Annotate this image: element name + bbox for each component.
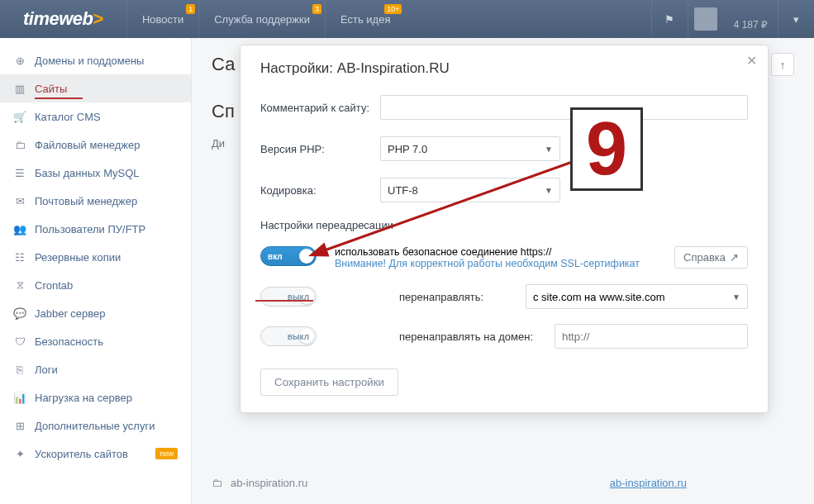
- https-description: использовать безопасное соединение https…: [335, 246, 659, 258]
- sidebar: ⊕Домены и поддомены ▥Сайты 🛒Каталог CMS …: [0, 38, 192, 504]
- settings-modal: ✕ Настройки: AB-Inspiration.RU Комментар…: [240, 45, 769, 413]
- redirect-section-heading: Настройки переадресации: [260, 219, 748, 231]
- sidebar-item-mail[interactable]: ✉Почтовый менеджер: [0, 187, 191, 215]
- chevron-down-icon: ▼: [732, 292, 740, 302]
- shield-icon: 🛡: [13, 335, 26, 348]
- badge-news: 1: [186, 4, 195, 14]
- sites-icon: ▥: [13, 82, 26, 95]
- close-icon[interactable]: ✕: [743, 52, 759, 69]
- sidebar-item-accelerator[interactable]: ✦Ускоритель сайтовnew: [0, 440, 191, 468]
- sidebar-item-files[interactable]: 🗀Файловый менеджер: [0, 131, 191, 159]
- chevron-down-icon: ▼: [545, 186, 553, 195]
- rocket-icon: ✦: [13, 447, 26, 460]
- share-icon: ↗: [730, 251, 739, 264]
- sidebar-item-cms[interactable]: 🛒Каталог CMS: [0, 102, 191, 131]
- modal-title: Настройки: AB-Inspiration.RU: [260, 60, 748, 77]
- sidebar-item-services[interactable]: ⊞Дополнительные услуги: [0, 411, 191, 440]
- domain-redirect-toggle[interactable]: выкл: [260, 326, 317, 346]
- chat-icon: 💬: [13, 307, 26, 320]
- sidebar-item-mysql[interactable]: ☰Базы данных MySQL: [0, 159, 191, 187]
- https-toggle[interactable]: вкл: [260, 246, 317, 266]
- chevron-down-icon: ▼: [545, 145, 553, 154]
- plus-icon: ⊞: [13, 419, 26, 432]
- sidebar-item-jabber[interactable]: 💬Jabber сервер: [0, 299, 191, 327]
- badge-support: 3: [312, 4, 321, 14]
- page-title: Са: [212, 54, 235, 75]
- balance-block[interactable]: 4 187 ₽: [724, 7, 778, 31]
- sidebar-item-sites[interactable]: ▥Сайты: [0, 74, 191, 102]
- comment-label: Комментарий к сайту:: [260, 102, 380, 114]
- help-button[interactable]: Справка↗: [674, 246, 748, 269]
- scroll-up-button[interactable]: ↑: [771, 53, 794, 76]
- nav-news[interactable]: Новости 1: [126, 0, 198, 38]
- php-select[interactable]: PHP 7.0▼: [380, 136, 560, 161]
- nav-idea[interactable]: Есть идея 10+: [325, 0, 405, 38]
- domain-redirect-input[interactable]: [555, 324, 748, 349]
- brand-logo[interactable]: timeweb>: [0, 8, 126, 30]
- sidebar-item-ftp[interactable]: 👥Пользователи ПУ/FTP: [0, 215, 191, 243]
- php-label: Версия PHP:: [260, 143, 380, 155]
- nav-support[interactable]: Служба поддержки 3: [198, 0, 325, 38]
- folder-icon: 🗀: [13, 138, 26, 151]
- www-redirect-toggle[interactable]: выкл: [260, 287, 317, 307]
- folder-icon: 🗀: [212, 477, 222, 489]
- site-domain-link[interactable]: ab-inspiration.ru: [610, 477, 687, 489]
- chart-icon: 📊: [13, 391, 26, 404]
- https-warning: Внимание! Для корректной работы необходи…: [335, 258, 659, 269]
- save-button[interactable]: Сохранить настройки: [260, 368, 398, 396]
- www-redirect-select[interactable]: с site.com на www.site.com▼: [526, 284, 748, 309]
- comment-input[interactable]: [380, 95, 748, 120]
- sidebar-item-load[interactable]: 📊Нагрузка на сервер: [0, 383, 191, 411]
- notifications-icon[interactable]: ⚑: [651, 0, 688, 38]
- logs-icon: ⎘: [13, 363, 26, 376]
- avatar[interactable]: [688, 0, 724, 38]
- account-menu-chevron-icon[interactable]: ▾: [778, 0, 814, 38]
- sidebar-item-backup[interactable]: ☷Резервные копии: [0, 243, 191, 271]
- mail-icon: ✉: [13, 194, 26, 207]
- encoding-label: Кодировка:: [260, 184, 380, 197]
- sidebar-item-security[interactable]: 🛡Безопасность: [0, 327, 191, 355]
- site-row[interactable]: 🗀 ab-inspiration.ru ab-inspiration.ru: [212, 470, 794, 496]
- clock-icon: ⧖: [13, 278, 26, 292]
- globe-icon: ⊕: [13, 54, 26, 67]
- database-icon: ☰: [13, 166, 26, 179]
- sidebar-item-crontab[interactable]: ⧖Crontab: [0, 271, 191, 299]
- sidebar-item-domains[interactable]: ⊕Домены и поддомены: [0, 46, 191, 74]
- backup-icon: ☷: [13, 250, 26, 264]
- cart-icon: 🛒: [13, 110, 26, 123]
- new-badge: new: [155, 448, 178, 459]
- badge-idea: 10+: [384, 4, 402, 14]
- encoding-select[interactable]: UTF-8▼: [380, 178, 560, 202]
- domain-redirect-label: перенаправлять на домен:: [399, 330, 540, 343]
- www-redirect-label: перенаправлять:: [399, 291, 511, 303]
- sidebar-item-logs[interactable]: ⎘Логи: [0, 355, 191, 383]
- users-icon: 👥: [13, 222, 26, 235]
- site-folder-name: ab-inspiration.ru: [231, 477, 307, 489]
